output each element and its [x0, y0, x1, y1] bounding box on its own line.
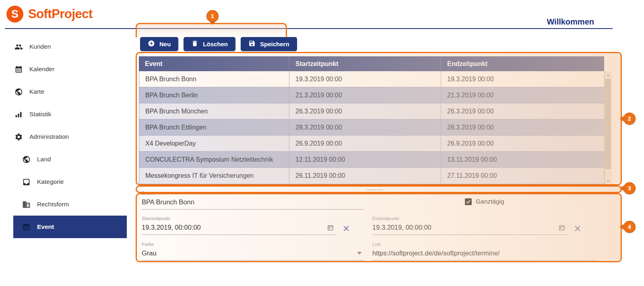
table-row[interactable]: BPA Brunch Ettlingen28.3.2019 00:0028.3.… — [139, 119, 604, 136]
table-row[interactable]: CONCULECTRA Symposium Netzleittechnik12.… — [139, 152, 604, 168]
datepicker-icon[interactable] — [558, 224, 566, 231]
cell-event: BPA Brunch Bonn — [139, 71, 289, 87]
color-field-value[interactable]: Grau — [142, 249, 357, 257]
trash-icon — [191, 40, 198, 48]
sidebar-item-administration[interactable]: Administration — [0, 126, 127, 148]
table-header-row: Event Startzeitpunkt Endzeitpunkt — [139, 56, 604, 71]
chevron-down-icon[interactable] — [357, 252, 362, 255]
event-field-value[interactable]: BPA Brunch Bonn — [142, 198, 364, 206]
start-field-label: Startzeitpunkt — [142, 216, 350, 221]
logo-text: SoftProject — [28, 7, 93, 21]
sidebar-item-statistik[interactable]: Statistik — [0, 103, 127, 126]
table-body: BPA Brunch Bonn19.3.2019 00:0019.3.2019 … — [139, 71, 605, 184]
end-field-value[interactable]: 19.3.2019, 00:00:00 — [372, 224, 558, 231]
globe-icon — [14, 88, 23, 96]
table-row[interactable]: BPA Brunch Bonn19.3.2019 00:0019.3.2019 … — [139, 71, 604, 87]
column-header-event[interactable]: Event — [139, 56, 289, 71]
calendar-icon — [14, 65, 23, 74]
cell-end: 26.9.2019 00:00 — [441, 136, 604, 151]
save-icon — [248, 40, 256, 48]
inbox-icon — [22, 178, 31, 186]
page-title: Willkommen — [547, 17, 594, 27]
color-field-label: Farbe — [142, 242, 364, 247]
column-header-endzeitpunkt[interactable]: Endzeitpunkt — [441, 56, 604, 71]
speichern-button[interactable]: Speichern — [241, 37, 297, 51]
end-field-label: Endzeitpunkt — [372, 216, 582, 221]
clear-end-icon[interactable] — [574, 224, 582, 233]
event-table: Event Startzeitpunkt Endzeitpunkt BPA Br… — [139, 56, 611, 184]
start-datetime-field[interactable]: Startzeitpunkt 19.3.2019, 00:00:00 — [142, 216, 350, 235]
cell-end: 28.3.2019 00:00 — [441, 119, 604, 135]
table-row[interactable]: BPA Brunch Berlin21.3.2019 00:0021.3.201… — [139, 87, 604, 103]
logo-s-icon: S — [6, 6, 23, 23]
sidebar-item-kunden[interactable]: Kunden — [0, 35, 127, 58]
scrollbar-thumb[interactable] — [605, 79, 611, 169]
sidebar: KundenKalenderKarteStatistikAdministrati… — [0, 35, 127, 238]
table-scrollbar[interactable]: ▲ ▼ — [605, 72, 611, 185]
sidebar-item-kalender[interactable]: Kalender — [0, 58, 127, 80]
globe-icon — [22, 155, 31, 164]
link-field-label: Link — [372, 242, 597, 247]
cell-end: 26.3.2019 00:00 — [441, 103, 604, 119]
checkbox-checked-icon[interactable] — [465, 198, 472, 205]
bar-chart-icon — [14, 110, 23, 119]
table-row[interactable]: X4 DeveloperDay26.9.2019 00:0026.9.2019 … — [139, 136, 604, 152]
event-field[interactable]: Event BPA Brunch Bonn — [142, 191, 364, 210]
sidebar-item-karte[interactable]: Karte — [0, 80, 127, 103]
toolbar: NeuLöschenSpeichern — [140, 37, 297, 51]
cell-start: 28.3.2019 00:00 — [289, 119, 441, 135]
plus-circle-icon — [148, 40, 155, 48]
sidebar-item-label: Rechtsform — [37, 201, 69, 208]
people-icon — [14, 43, 23, 51]
annotation-bracket-1 — [136, 23, 287, 37]
cell-event: BPA Brunch Ettlingen — [139, 119, 289, 135]
column-header-startzeitpunkt[interactable]: Startzeitpunkt — [289, 56, 441, 71]
header-divider — [5, 28, 613, 29]
neu-button[interactable]: Neu — [140, 37, 178, 51]
datepicker-icon[interactable] — [327, 224, 334, 231]
loeschen-button[interactable]: Löschen — [184, 37, 235, 51]
link-field[interactable]: Link https://softproject.de/de/softproje… — [372, 242, 597, 261]
cell-start: 26.11.2019 00:00 — [289, 168, 441, 184]
scroll-down-icon[interactable]: ▼ — [605, 179, 611, 183]
scroll-up-icon[interactable]: ▲ — [605, 73, 611, 77]
cell-start: 26.9.2019 00:00 — [289, 136, 441, 151]
annotation-marker-1: 1 — [206, 10, 219, 22]
cell-end: 21.3.2019 00:00 — [441, 87, 604, 103]
start-field-value[interactable]: 19.3.2019, 00:00:00 — [142, 224, 327, 231]
table-row[interactable]: BPA Brunch München26.3.2019 00:0026.3.20… — [139, 103, 604, 119]
annotation-pointer-4 — [619, 224, 623, 230]
cell-end: 13.11.2019 00:00 — [441, 152, 604, 167]
allday-checkbox[interactable]: Ganztägig — [465, 198, 504, 205]
annotation-pointer-1 — [210, 21, 215, 25]
sidebar-item-label: Kalender — [29, 66, 54, 73]
table-row[interactable]: Messekongress IT für Versicherungen26.11… — [139, 168, 604, 184]
softproject-logo: S SoftProject — [6, 6, 93, 23]
building-icon — [22, 200, 31, 209]
sidebar-item-rechtsform[interactable]: Rechtsform — [0, 193, 127, 216]
sidebar-item-label: Karte — [29, 88, 44, 95]
link-field-value[interactable]: https://softproject.de/de/softproject/te… — [372, 249, 597, 257]
end-datetime-field[interactable]: Endzeitpunkt 19.3.2019, 00:00:00 — [372, 216, 582, 235]
sidebar-item-kategorie[interactable]: Kategorie — [0, 171, 127, 193]
cell-event: X4 DeveloperDay — [139, 136, 289, 151]
app-window: S SoftProject Willkommen KundenKalenderK… — [0, 0, 644, 286]
sidebar-item-land[interactable]: Land — [0, 148, 127, 171]
sidebar-item-label: Kategorie — [37, 178, 64, 185]
clear-start-icon[interactable] — [342, 224, 350, 233]
toolbar-button-label: Löschen — [203, 41, 228, 47]
event-field-label: Event — [142, 191, 364, 195]
sidebar-item-event[interactable]: Event — [13, 216, 127, 238]
calendar-icon — [22, 223, 31, 231]
sidebar-item-label: Event — [37, 223, 54, 230]
toolbar-button-label: Speichern — [260, 41, 289, 47]
cell-event: Messekongress IT für Versicherungen — [139, 168, 289, 184]
color-select-field[interactable]: Farbe Grau — [142, 242, 364, 261]
sidebar-item-label: Land — [37, 156, 51, 163]
sidebar-item-label: Kunden — [29, 43, 51, 50]
cell-event: CONCULECTRA Symposium Netzleittechnik — [139, 152, 289, 167]
annotation-marker-4: 4 — [623, 221, 636, 233]
annotation-marker-2: 2 — [623, 113, 636, 125]
cell-event: BPA Brunch Berlin — [139, 87, 289, 103]
gears-icon — [14, 133, 23, 141]
